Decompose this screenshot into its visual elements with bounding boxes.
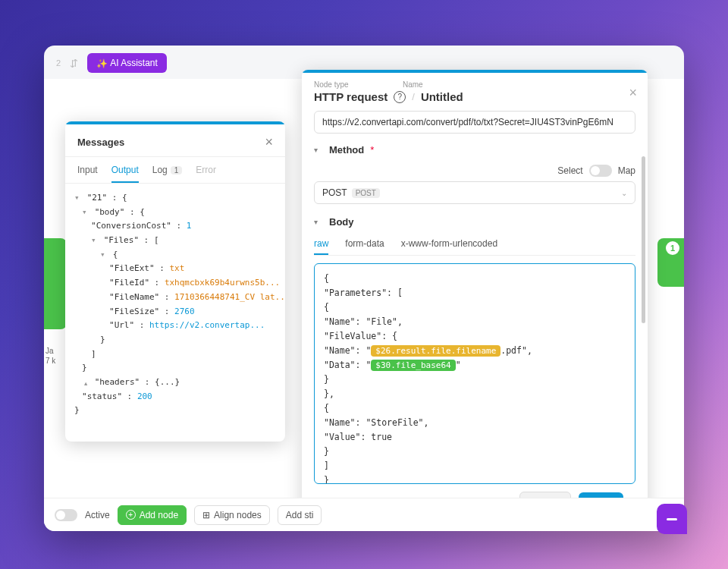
app-window: 2 ⇵ ✨ AI Assistant Ja7 k 1 Messages × In… [44, 46, 684, 531]
map-toggle[interactable] [589, 165, 612, 177]
method-select[interactable]: POST POST ⌄ [314, 181, 635, 204]
tab-output[interactable]: Output [111, 157, 139, 183]
variable-pill[interactable]: $26.result.file.filename [371, 345, 500, 357]
close-icon[interactable]: × [629, 85, 637, 101]
align-nodes-button[interactable]: ⊞ Align nodes [194, 505, 270, 525]
active-label: Active [85, 510, 110, 520]
body-section[interactable]: ▾ Body [314, 216, 635, 228]
active-toggle[interactable] [55, 509, 77, 521]
http-content: ▾ Method * Select Map POST POST ⌄ ▾ Body… [302, 111, 648, 522]
variable-pill[interactable]: $30.file_base64 [371, 360, 455, 371]
map-toggle-row: Select Map [314, 165, 635, 177]
add-sticky-button[interactable]: Add sti [278, 505, 322, 525]
menu-icon[interactable]: 2 [56, 58, 61, 68]
body-tab-urlencoded[interactable]: x-www-form-urlencoded [401, 234, 497, 255]
http-header: Node type Name HTTP request ? / Untitled… [302, 73, 648, 111]
node-green-left[interactable] [44, 238, 67, 329]
ai-assistant-label: AI Assistant [110, 58, 158, 68]
plus-icon: + [126, 510, 136, 520]
tab-input[interactable]: Input [77, 157, 98, 183]
scrollbar[interactable] [642, 156, 645, 454]
ai-assistant-button[interactable]: ✨ AI Assistant [87, 53, 167, 73]
tree-icon[interactable]: ⇵ [70, 58, 78, 69]
help-icon[interactable]: ? [394, 91, 406, 103]
add-node-button[interactable]: + Add node [118, 505, 187, 525]
messages-tabs: Input Output Log 1 Error [65, 157, 285, 184]
body-tab-formdata[interactable]: form-data [345, 234, 384, 255]
node-name[interactable]: Untitled [421, 90, 463, 103]
node-badge: 1 [666, 241, 679, 255]
body-tab-raw[interactable]: raw [314, 234, 328, 255]
chevron-down-icon: ▾ [314, 146, 323, 154]
scrollbar-thumb[interactable] [642, 156, 645, 323]
close-icon[interactable]: × [265, 135, 273, 149]
body-tabs: raw form-data x-www-form-urlencoded [314, 234, 635, 256]
node-label: Ja7 k [44, 346, 55, 366]
name-label: Name [403, 80, 423, 89]
chat-fab[interactable] [657, 504, 687, 534]
chevron-down-icon: ▾ [314, 218, 323, 226]
bottom-toolbar: Active + Add node ⊞ Align nodes Add sti [44, 498, 684, 531]
chat-icon [667, 518, 677, 520]
url-input[interactable] [314, 111, 635, 134]
http-panel: Node type Name HTTP request ? / Untitled… [302, 70, 648, 522]
method-section[interactable]: ▾ Method * [314, 144, 635, 156]
tab-log[interactable]: Log 1 [152, 157, 183, 183]
output-json[interactable]: ▾ "21" : { ▾ "body" : { "ConversionCost"… [65, 184, 285, 442]
messages-header: Messages × [65, 124, 285, 157]
align-icon: ⊞ [202, 510, 210, 520]
node-type-label: Node type [314, 80, 635, 89]
messages-title: Messages [77, 137, 124, 148]
messages-panel: Messages × Input Output Log 1 Error ▾ "2… [65, 121, 285, 442]
body-editor[interactable]: { "Parameters": [ { "Name": "File", "Fil… [314, 263, 635, 484]
sparkle-icon: ✨ [96, 58, 105, 68]
chevron-down-icon: ⌄ [621, 189, 627, 197]
http-title: HTTP request [314, 90, 388, 103]
tab-error[interactable]: Error [196, 157, 216, 183]
breadcrumb-sep: / [412, 91, 415, 102]
node-green-right[interactable]: 1 [657, 238, 684, 287]
